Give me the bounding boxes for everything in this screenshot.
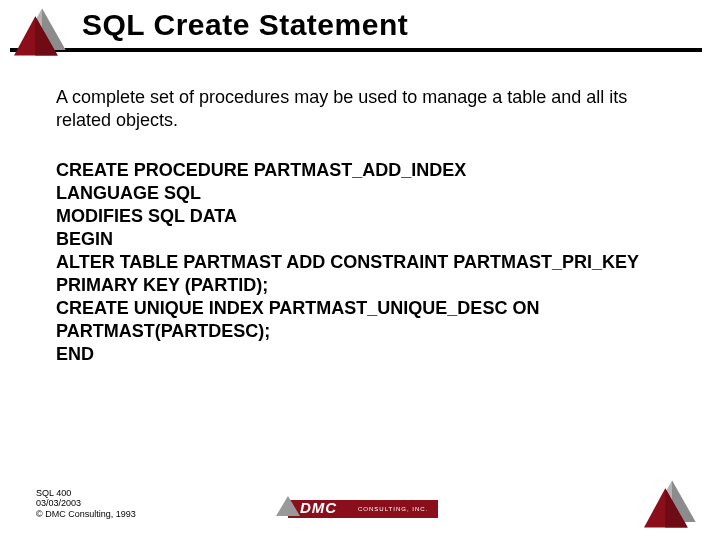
dmc-logo-text: DMC <box>300 499 337 516</box>
sql-code-block: CREATE PROCEDURE PARTMAST_ADD_INDEX LANG… <box>56 159 660 366</box>
footer-copyright: DMC Consulting, 1993 <box>36 509 136 520</box>
title-rule <box>10 48 702 52</box>
footer-date: 03/03/2003 <box>36 498 136 509</box>
footer-course: SQL 400 <box>36 488 136 499</box>
dmc-logo-sub: CONSULTING, INC. <box>358 506 428 512</box>
intro-text: A complete set of procedures may be used… <box>56 86 660 131</box>
page-title: SQL Create Statement <box>82 8 720 42</box>
brand-logo-icon <box>14 4 70 60</box>
dmc-logo: DMC CONSULTING, INC. <box>276 494 446 522</box>
brand-logo-icon <box>640 476 704 532</box>
footer-meta: SQL 400 03/03/2003 DMC Consulting, 1993 <box>36 488 136 520</box>
